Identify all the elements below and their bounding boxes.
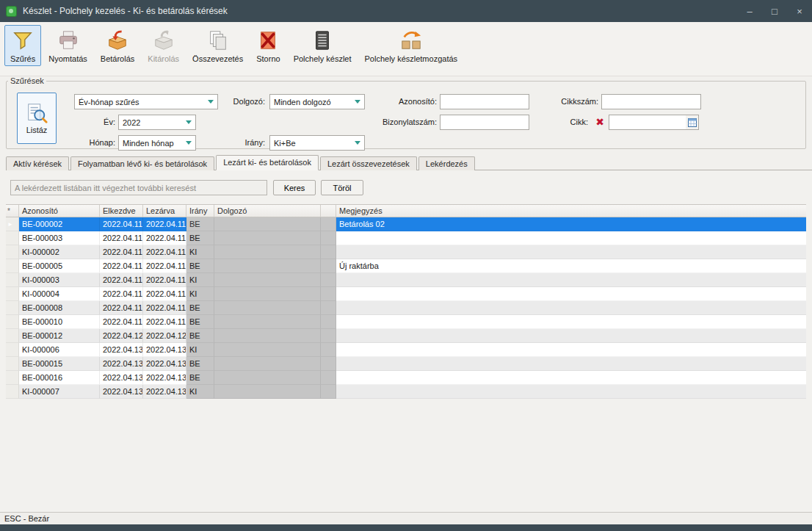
cell-dolgozo[interactable] [214,371,321,385]
row-selector-cell[interactable] [6,245,19,259]
row-selector-cell[interactable] [6,385,19,399]
cell-lezarva[interactable]: 2022.04.11 [143,273,186,287]
cell-irany[interactable]: BE [186,217,214,231]
cell-megjegyzes[interactable] [336,343,806,357]
cell-irany[interactable]: BE [186,315,214,329]
azonosito-input[interactable] [440,94,529,109]
cell-dolgozo[interactable] [214,301,321,315]
tab-aktiv-keresek[interactable]: Aktív kérések [6,156,69,170]
keres-button[interactable]: Keres [273,180,316,195]
cell-lezarva[interactable]: 2022.04.11 [143,315,186,329]
grid-header-elkezdve[interactable]: Elkezdve [100,205,143,217]
grid-header-dolgozo[interactable]: Dolgozó [214,205,321,217]
table-row[interactable]: BE-000005 2022.04.11 2022.04.11 BE Új ra… [6,259,806,273]
table-row[interactable]: KI-000002 2022.04.11 2022.04.11 KI [6,245,806,259]
ev-combo[interactable]: 2022 [118,115,196,130]
cell-azonosito[interactable]: KI-000007 [19,385,100,399]
tab-folyamatban-levo[interactable]: Folyamatban lévő ki- és betárolások [70,156,214,170]
tab-lekerdezes[interactable]: Lekérdezés [418,156,475,170]
honap-combo[interactable]: Minden hónap [118,135,196,151]
table-row[interactable]: KI-000004 2022.04.11 2022.04.11 KI [6,287,806,301]
cell-dolgozo[interactable] [214,343,321,357]
cell-azonosito[interactable]: BE-000005 [19,259,100,273]
cell-azonosito[interactable]: KI-000004 [19,287,100,301]
table-row[interactable]: KI-000007 2022.04.13 2022.04.13 KI [6,385,806,399]
grid-header-azonosito[interactable]: Azonosító [19,205,100,217]
row-selector-cell[interactable]: ► [6,217,19,231]
cell-elkezdve[interactable]: 2022.04.11 [100,301,143,315]
cell-megjegyzes[interactable] [336,231,806,245]
ev-honap-szures-combo[interactable]: Év-hónap szűrés [74,94,218,109]
row-selector-cell[interactable] [6,273,19,287]
row-selector-cell[interactable] [6,343,19,357]
cell-lezarva[interactable]: 2022.04.13 [143,357,186,371]
cell-dolgozo[interactable] [214,315,321,329]
cell-azonosito[interactable]: BE-000012 [19,329,100,343]
irany-combo[interactable]: Ki+Be [269,135,365,151]
cell-azonosito[interactable]: BE-000003 [19,231,100,245]
listaz-button[interactable]: Listáz [17,93,57,144]
row-selector-cell[interactable] [6,315,19,329]
cell-azonosito[interactable]: BE-000008 [19,301,100,315]
cell-elkezdve[interactable]: 2022.04.11 [100,315,143,329]
tab-lezart-ki-es-betarolasok[interactable]: Lezárt ki- és betárolások [216,155,319,170]
cell-irany[interactable]: KI [186,385,214,399]
cell-lezarva[interactable]: 2022.04.11 [143,231,186,245]
maximize-button[interactable]: □ [762,0,787,22]
row-selector-cell[interactable] [6,371,19,385]
table-row[interactable]: BE-000012 2022.04.12 2022.04.12 BE [6,329,806,343]
cell-elkezdve[interactable]: 2022.04.11 [100,287,143,301]
cell-megjegyzes[interactable] [336,301,806,315]
cell-dolgozo[interactable] [214,217,321,231]
toolbar-button-polchely-keszletmozgatas[interactable]: Polchely készletmozgatás [359,25,464,66]
cell-irany[interactable]: BE [186,371,214,385]
cikk-input[interactable] [609,115,686,130]
bizonylatszam-input[interactable] [440,115,529,130]
cell-azonosito[interactable]: BE-000010 [19,315,100,329]
row-selector-cell[interactable] [6,287,19,301]
cell-elkezdve[interactable]: 2022.04.13 [100,357,143,371]
cell-megjegyzes[interactable] [336,287,806,301]
cell-lezarva[interactable]: 2022.04.13 [143,343,186,357]
cell-azonosito[interactable]: KI-000002 [19,245,100,259]
toolbar-button-polchely-keszlet[interactable]: Polchely készlet [288,25,358,66]
cell-dolgozo[interactable] [214,357,321,371]
dolgozo-combo[interactable]: Minden dolgozó [269,94,365,109]
table-row[interactable]: BE-000008 2022.04.11 2022.04.11 BE [6,301,806,315]
cell-elkezdve[interactable]: 2022.04.13 [100,371,143,385]
cell-elkezdve[interactable]: 2022.04.13 [100,385,143,399]
cell-megjegyzes[interactable] [336,315,806,329]
table-row[interactable]: BE-000010 2022.04.11 2022.04.11 BE [6,315,806,329]
toolbar-button-storno[interactable]: Storno [250,25,286,66]
cell-irany[interactable]: KI [186,273,214,287]
cell-dolgozo[interactable] [214,231,321,245]
cell-elkezdve[interactable]: 2022.04.11 [100,217,143,231]
table-row[interactable]: BE-000015 2022.04.13 2022.04.13 BE [6,357,806,371]
cell-azonosito[interactable]: BE-000015 [19,357,100,371]
toolbar-button-osszevezetes[interactable]: Összevezetés [186,25,249,66]
cell-lezarva[interactable]: 2022.04.11 [143,301,186,315]
cell-irany[interactable]: KI [186,343,214,357]
cell-irany[interactable]: BE [186,301,214,315]
cell-azonosito[interactable]: KI-000006 [19,343,100,357]
minimize-button[interactable]: – [737,0,762,22]
row-selector-cell[interactable] [6,301,19,315]
table-row[interactable]: KI-000006 2022.04.13 2022.04.13 KI [6,343,806,357]
cell-lezarva[interactable]: 2022.04.12 [143,329,186,343]
table-row[interactable]: BE-000016 2022.04.13 2022.04.13 BE [6,371,806,385]
cell-lezarva[interactable]: 2022.04.11 [143,217,186,231]
cell-megjegyzes[interactable] [336,329,806,343]
cell-azonosito[interactable]: KI-000003 [19,273,100,287]
cell-azonosito[interactable]: BE-000002 [19,217,100,231]
cell-megjegyzes[interactable] [336,371,806,385]
cell-elkezdve[interactable]: 2022.04.11 [100,259,143,273]
cell-elkezdve[interactable]: 2022.04.12 [100,329,143,343]
cell-irany[interactable]: KI [186,287,214,301]
cell-lezarva[interactable]: 2022.04.13 [143,371,186,385]
row-selector-cell[interactable] [6,357,19,371]
cell-dolgozo[interactable] [214,287,321,301]
grid-header-irany[interactable]: Irány [186,205,214,217]
toolbar-button-szures[interactable]: Szűrés [4,25,41,66]
cell-megjegyzes[interactable] [336,357,806,371]
cell-irany[interactable]: BE [186,329,214,343]
